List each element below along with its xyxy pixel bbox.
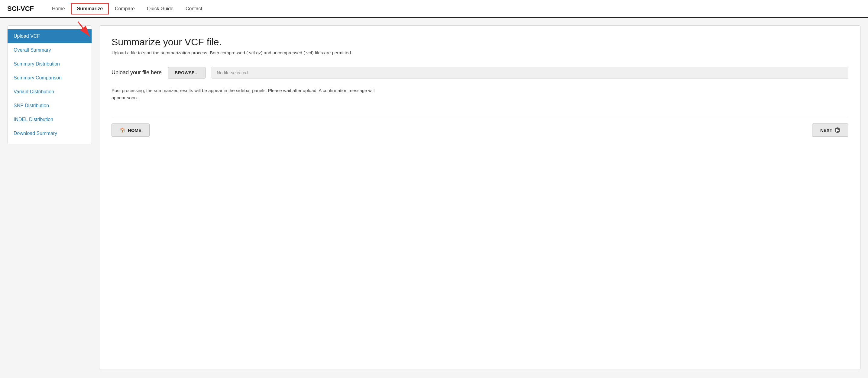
home-button-label: HOME <box>128 128 142 133</box>
page-title: Summarize your VCF file. <box>112 37 848 48</box>
nav-link-summarize[interactable]: Summarize <box>71 3 109 14</box>
next-button-label: NEXT <box>820 128 832 133</box>
nav-menu: Home Summarize Compare Quick Guide Conta… <box>46 3 208 14</box>
post-processing-text: Post processing, the summarized results … <box>112 87 383 101</box>
page-subtitle: Upload a file to start the summarization… <box>112 50 848 55</box>
sidebar-item-snp-distribution[interactable]: SNP Distribution <box>7 99 92 113</box>
sidebar-item-overall-summary[interactable]: Overall Summary <box>7 43 92 57</box>
upload-label: Upload your file here <box>112 69 162 76</box>
nav-link-home[interactable]: Home <box>46 3 71 14</box>
sidebar-item-summary-comparison[interactable]: Summary Comparison <box>7 71 92 85</box>
sidebar-item-download-summary[interactable]: Download Summary <box>7 127 92 140</box>
upload-section: Upload your file here BROWSE... No file … <box>112 67 848 78</box>
page-body: Upload VCF Overall Summary Summary Distr… <box>0 18 868 377</box>
sidebar-item-variant-distribution[interactable]: Variant Distribution <box>7 85 92 99</box>
sidebar-item-upload-vcf[interactable]: Upload VCF <box>7 29 92 43</box>
navbar: SCI-VCF Home Summarize Compare Quick Gui… <box>0 0 868 18</box>
home-icon: 🏠 <box>120 128 125 133</box>
nav-link-contact[interactable]: Contact <box>180 3 208 14</box>
file-name-display: No file selected <box>212 67 848 78</box>
next-icon: ▶ <box>835 128 840 133</box>
nav-item-quickguide[interactable]: Quick Guide <box>141 3 180 14</box>
sidebar-item-indel-distribution[interactable]: INDEL Distribution <box>7 113 92 127</box>
nav-item-summarize[interactable]: Summarize <box>71 3 109 14</box>
nav-item-compare[interactable]: Compare <box>109 3 141 14</box>
brand-logo: SCI-VCF <box>7 5 34 13</box>
nav-item-home[interactable]: Home <box>46 3 71 14</box>
nav-link-quickguide[interactable]: Quick Guide <box>141 3 180 14</box>
home-button[interactable]: 🏠 HOME <box>112 124 150 137</box>
bottom-nav: 🏠 HOME NEXT ▶ <box>112 116 848 137</box>
nav-link-compare[interactable]: Compare <box>109 3 141 14</box>
page-header: Summarize your VCF file. Upload a file t… <box>112 37 848 55</box>
main-content: Summarize your VCF file. Upload a file t… <box>99 25 861 370</box>
browse-button[interactable]: BROWSE... <box>168 67 206 78</box>
sidebar: Upload VCF Overall Summary Summary Distr… <box>7 25 92 144</box>
sidebar-item-summary-distribution[interactable]: Summary Distribution <box>7 57 92 71</box>
nav-item-contact[interactable]: Contact <box>180 3 208 14</box>
next-button[interactable]: NEXT ▶ <box>812 124 848 137</box>
